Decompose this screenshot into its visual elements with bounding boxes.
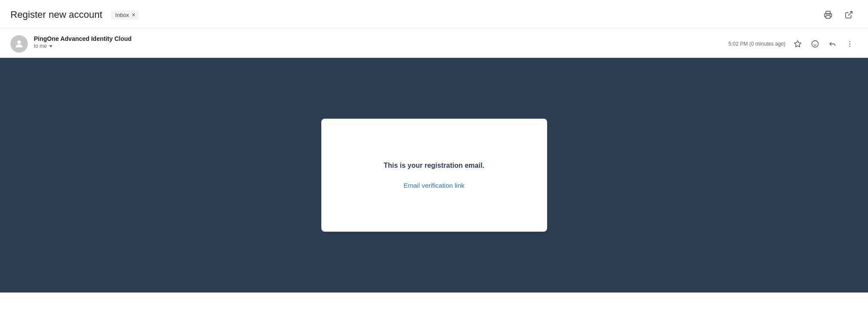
avatar xyxy=(10,35,28,53)
svg-marker-5 xyxy=(795,41,801,47)
timestamp: 5:02 PM (0 minutes ago) xyxy=(729,41,785,47)
to-label: to me xyxy=(34,43,47,49)
email-subject: Register new account xyxy=(10,9,102,20)
svg-point-11 xyxy=(849,46,850,47)
inbox-badge-label: Inbox xyxy=(116,12,129,18)
svg-point-6 xyxy=(812,41,818,47)
print-button[interactable] xyxy=(819,6,837,23)
email-card: This is your registration email. Email v… xyxy=(321,119,547,232)
svg-point-9 xyxy=(849,41,850,42)
registration-text: This is your registration email. xyxy=(383,162,484,170)
sender-name: PingOne Advanced Identity Cloud xyxy=(34,35,723,42)
sender-meta-right: 5:02 PM (0 minutes ago) xyxy=(729,35,858,52)
more-options-button[interactable] xyxy=(842,36,858,52)
inbox-badge-close-button[interactable]: × xyxy=(132,12,135,18)
svg-point-2 xyxy=(830,14,831,15)
email-body: This is your registration email. Email v… xyxy=(0,58,868,293)
email-header: Register new account Inbox × xyxy=(0,0,868,28)
email-verification-link[interactable]: Email verification link xyxy=(403,182,464,189)
sender-info: PingOne Advanced Identity Cloud to me xyxy=(34,35,723,49)
emoji-button[interactable] xyxy=(807,36,823,52)
reply-button[interactable] xyxy=(825,36,840,52)
sender-to[interactable]: to me xyxy=(34,43,723,49)
header-actions xyxy=(819,6,858,23)
sender-row: PingOne Advanced Identity Cloud to me 5:… xyxy=(0,28,868,58)
svg-point-4 xyxy=(17,40,21,44)
action-icons xyxy=(790,36,858,52)
open-in-new-button[interactable] xyxy=(840,6,858,23)
svg-point-10 xyxy=(849,43,850,44)
svg-rect-1 xyxy=(826,16,830,19)
to-chevron-icon[interactable] xyxy=(48,43,53,49)
star-button[interactable] xyxy=(790,36,805,52)
svg-line-3 xyxy=(848,12,852,16)
inbox-badge[interactable]: Inbox × xyxy=(111,10,139,20)
